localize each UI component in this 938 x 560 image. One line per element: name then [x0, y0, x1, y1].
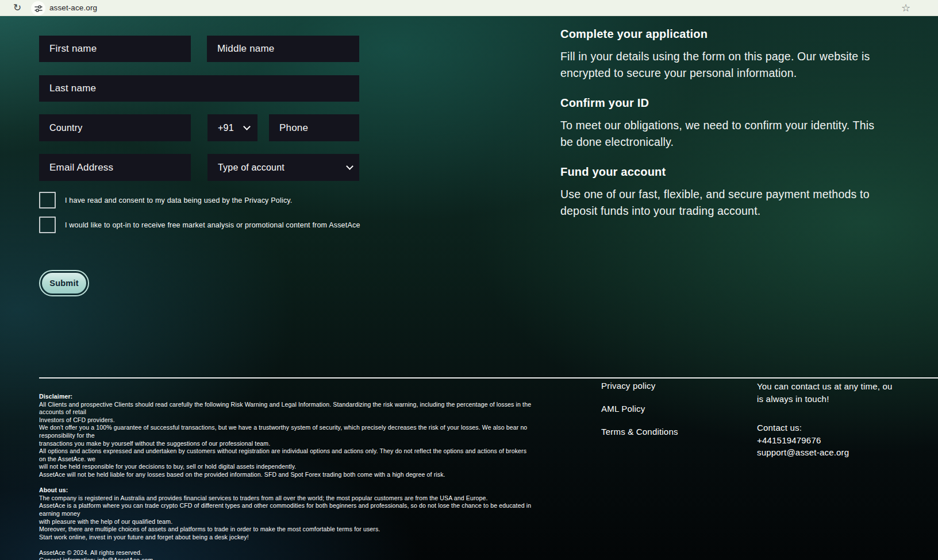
email-input[interactable] — [39, 154, 191, 181]
site-info-icon[interactable] — [31, 1, 45, 16]
step-body-confirm-id: To meet our obligations, we need to conf… — [560, 117, 938, 150]
disclaimer-body: All Clients and prospective Clients shou… — [39, 401, 533, 479]
contact-intro: You can contact us at any time, ou is al… — [757, 380, 938, 405]
url-text[interactable]: asset-ace.org — [49, 0, 97, 16]
tune-sliders-icon — [34, 5, 43, 13]
submit-button[interactable]: Submit — [39, 270, 89, 296]
disclaimer-title: Disclaimer: — [39, 393, 533, 401]
contact-details: Contact us: +441519479676 support@asset-… — [757, 422, 938, 459]
bookmark-star-icon[interactable]: ☆ — [901, 0, 910, 16]
footer-link-terms-conditions[interactable]: Terms & Conditions — [601, 427, 678, 437]
submit-button-inner[interactable]: Submit — [42, 273, 86, 293]
country-select[interactable]: Country — [39, 114, 191, 141]
footer-divider — [39, 377, 938, 379]
first-name-input[interactable] — [39, 36, 191, 62]
step-title-fund-account: Fund your account — [560, 165, 666, 179]
page-background: Country +91 Type of account I have read … — [0, 16, 938, 560]
step-body-fund-account: Use one of our fast, flexible, and secur… — [560, 186, 938, 219]
marketing-optin-label: I would like to opt-in to receive free m… — [65, 221, 360, 229]
phone-input[interactable] — [269, 114, 359, 141]
about-us-title: About us: — [39, 486, 533, 495]
browser-address-bar: ↻ asset-ace.org ☆ — [0, 0, 938, 16]
reload-icon[interactable]: ↻ — [11, 1, 24, 16]
marketing-optin-checkbox[interactable] — [39, 217, 56, 233]
about-us-body: The company is registered in Australia a… — [39, 495, 533, 542]
step-body-complete-application: Fill in your details using the form on t… — [560, 48, 938, 82]
dial-code-select[interactable]: +91 — [207, 114, 257, 141]
step-title-confirm-id: Confirm your ID — [560, 96, 649, 110]
screen: ↻ asset-ace.org ☆ Country — [0, 0, 938, 560]
chevron-down-icon — [243, 123, 251, 130]
privacy-consent-label: I have read and consent to my data being… — [65, 196, 293, 204]
account-type-select-value: Type of account — [218, 163, 285, 173]
country-select-value: Country — [49, 123, 82, 133]
step-title-complete-application: Complete your application — [560, 28, 708, 41]
account-type-select[interactable]: Type of account — [207, 154, 359, 181]
chevron-down-icon — [346, 163, 353, 170]
footer-link-aml-policy[interactable]: AML Policy — [601, 404, 645, 414]
copyright-block: AssetAce © 2024. All rights reserved. Ge… — [39, 549, 533, 560]
middle-name-input[interactable] — [207, 36, 359, 62]
last-name-input[interactable] — [39, 75, 359, 102]
footer-link-privacy-policy[interactable]: Privacy policy — [601, 381, 656, 391]
dial-code-select-value: +91 — [218, 123, 234, 133]
footer-legal-text: Disclaimer: All Clients and prospective … — [39, 393, 533, 560]
privacy-consent-checkbox[interactable] — [39, 192, 56, 208]
